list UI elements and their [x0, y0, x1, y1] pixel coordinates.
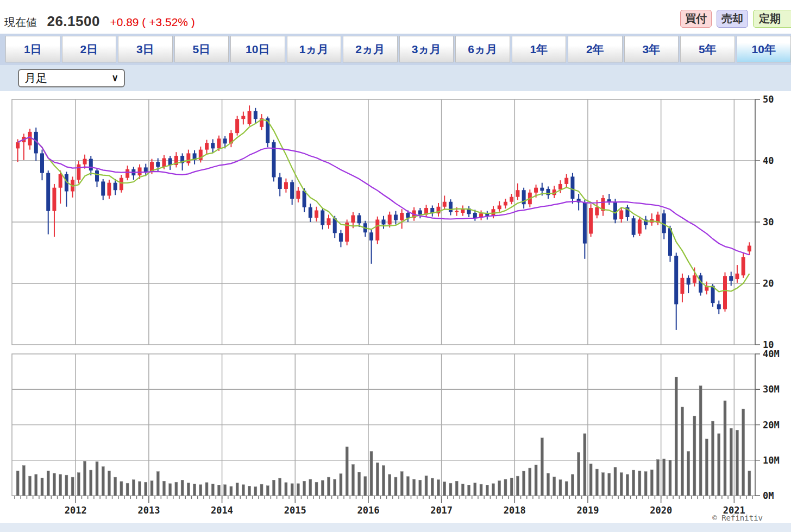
- attribution: © Refinitiv: [712, 514, 763, 522]
- timeframe-tab-0[interactable]: 1日: [5, 36, 60, 62]
- buy-button[interactable]: 買付: [680, 10, 712, 28]
- timeframe-tab-13[interactable]: 10年: [737, 36, 791, 62]
- svg-text:2019: 2019: [576, 505, 599, 516]
- current-price-value: 26.1500: [47, 13, 99, 29]
- svg-text:2020: 2020: [650, 505, 672, 516]
- page-bottom-strip: [0, 523, 791, 532]
- svg-text:2013: 2013: [137, 505, 160, 516]
- timeframe-tab-10[interactable]: 2年: [568, 36, 623, 62]
- timeframe-tab-2[interactable]: 3日: [118, 36, 173, 62]
- svg-text:2012: 2012: [65, 505, 87, 516]
- svg-text:2018: 2018: [504, 505, 526, 516]
- chart-type-value: 月足: [24, 72, 47, 84]
- chart-toolbar: 月足 ∨: [0, 65, 791, 91]
- order-buttons: 買付 売却 定期: [680, 10, 791, 28]
- timeframe-tab-9[interactable]: 1年: [512, 36, 567, 62]
- svg-text:20: 20: [763, 278, 774, 289]
- timeframe-tabs: 1日2日3日5日10日1ヵ月2ヵ月3ヵ月6ヵ月1年2年3年5年10年: [0, 34, 791, 65]
- timeframe-tab-12[interactable]: 5年: [680, 36, 735, 62]
- timeframe-tab-11[interactable]: 3年: [624, 36, 679, 62]
- price-line: 現在値 26.1500 +0.89 ( +3.52% ): [4, 13, 195, 30]
- timeframe-tab-3[interactable]: 5日: [174, 36, 229, 62]
- timeframe-tab-8[interactable]: 6ヵ月: [455, 36, 510, 62]
- timeframe-tab-1[interactable]: 2日: [62, 36, 117, 62]
- svg-text:30: 30: [763, 217, 774, 227]
- price-header: 現在値 26.1500 +0.89 ( +3.52% ) 買付 売却 定期: [0, 0, 791, 34]
- chart-area: 2012201320142015201620172018201920202021…: [0, 91, 791, 532]
- timeframe-tab-4[interactable]: 10日: [230, 36, 285, 62]
- svg-text:20M: 20M: [763, 420, 780, 430]
- sell-button[interactable]: 売却: [717, 10, 748, 28]
- svg-text:2016: 2016: [357, 505, 379, 516]
- chevron-down-icon: ∨: [112, 70, 118, 86]
- svg-text:50: 50: [763, 94, 774, 105]
- timeframe-tab-6[interactable]: 2ヵ月: [343, 36, 398, 62]
- timeframe-tab-5[interactable]: 1ヵ月: [287, 36, 342, 62]
- price-change: +0.89 ( +3.52% ): [110, 16, 194, 28]
- svg-text:2015: 2015: [284, 505, 306, 516]
- svg-text:2017: 2017: [430, 505, 453, 516]
- svg-text:10M: 10M: [763, 455, 780, 466]
- current-price-label: 現在値: [4, 16, 37, 28]
- svg-text:2014: 2014: [211, 505, 233, 516]
- chart-type-select[interactable]: 月足 ∨: [18, 69, 125, 87]
- svg-text:0M: 0M: [763, 490, 774, 501]
- periodic-buy-button[interactable]: 定期: [753, 10, 791, 28]
- svg-text:30M: 30M: [763, 384, 780, 395]
- svg-text:40: 40: [763, 155, 774, 166]
- timeframe-tab-7[interactable]: 3ヵ月: [399, 36, 454, 62]
- candlestick-volume-chart: 2012201320142015201620172018201920202021…: [0, 91, 791, 532]
- svg-text:40M: 40M: [763, 349, 780, 359]
